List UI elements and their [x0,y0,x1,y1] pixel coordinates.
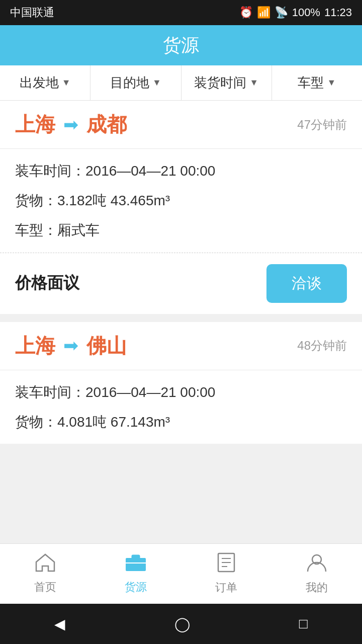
cargo-card-1: 上海 ➡ 成都 47分钟前 装车时间：2016—04—21 00:00 货物：3… [0,101,362,314]
carrier-text: 中国联通 [10,5,54,20]
from-city-2: 上海 [15,332,55,360]
route-row-1[interactable]: 上海 ➡ 成都 47分钟前 [0,101,362,149]
time-ago-2: 48分钟前 [297,338,347,354]
orders-icon [217,552,235,577]
filter-departure-label: 出发地 [20,74,59,92]
load-time-1: 装车时间：2016—04—21 00:00 [15,161,347,181]
filter-destination-label: 目的地 [110,74,149,92]
details-2: 装车时间：2016—04—21 00:00 货物：4.081吨 67.143m³ [0,370,362,444]
home-icon [35,553,55,577]
filter-cartype[interactable]: 车型 ▼ [272,65,362,100]
price-label-1: 价格面议 [15,272,79,294]
filter-loadtime[interactable]: 装货时间 ▼ [182,65,272,100]
home-btn[interactable]: ◯ [174,616,190,632]
app-header: 货源 [0,25,362,65]
route-info-1: 上海 ➡ 成都 [15,111,127,138]
load-time-2: 装车时间：2016—04—21 00:00 [15,382,347,402]
back-btn[interactable]: ◀ [54,616,65,632]
from-city-1: 上海 [15,111,55,138]
filter-bar: 出发地 ▼ 目的地 ▼ 装货时间 ▼ 车型 ▼ [0,65,362,101]
route-arrow-2: ➡ [63,335,78,356]
cargo-info-1: 货物：3.182吨 43.465m³ [15,191,347,210]
cargo-icon [125,553,147,577]
content-area: 上海 ➡ 成都 47分钟前 装车时间：2016—04—21 00:00 货物：3… [0,101,362,543]
system-nav: ◀ ◯ □ [0,604,362,644]
to-city-2: 佛山 [86,332,127,360]
nav-cargo-label: 货源 [125,580,147,595]
signal-icon: 📡 [275,6,288,19]
nav-orders[interactable]: 订单 [181,544,272,604]
status-right: ⏰ 📶 📡 100% 11:23 [239,6,352,19]
header-title: 货源 [163,33,199,58]
recent-btn[interactable]: □ [299,616,308,632]
battery-text: 100% [292,6,320,19]
nav-profile[interactable]: 我的 [272,544,362,604]
filter-destination-arrow: ▼ [152,77,161,88]
details-1: 装车时间：2016—04—21 00:00 货物：3.182吨 43.465m³… [0,149,362,253]
svg-rect-1 [132,555,140,560]
nav-home-label: 首页 [34,580,56,595]
time-text: 11:23 [324,6,352,19]
nav-profile-label: 我的 [306,580,328,595]
nav-orders-label: 订单 [215,580,237,595]
filter-loadtime-label: 装货时间 [194,74,246,92]
status-bar: 中国联通 ⏰ 📶 📡 100% 11:23 [0,0,362,25]
cargo-card-2: 上海 ➡ 佛山 48分钟前 装车时间：2016—04—21 00:00 货物：4… [0,322,362,444]
to-city-1: 成都 [86,111,127,138]
clock-icon: ⏰ [239,6,253,19]
filter-loadtime-arrow: ▼ [249,77,258,88]
bottom-nav: 首页 货源 订单 [0,543,362,604]
time-ago-1: 47分钟前 [297,117,347,133]
filter-destination[interactable]: 目的地 ▼ [90,65,181,100]
cargo-info-2: 货物：4.081吨 67.143m³ [15,412,347,432]
nav-cargo[interactable]: 货源 [90,544,181,604]
filter-departure-arrow: ▼ [62,77,71,88]
route-info-2: 上海 ➡ 佛山 [15,332,127,360]
car-type-1: 车型：厢式车 [15,220,347,240]
route-arrow-1: ➡ [63,114,78,135]
profile-icon [307,552,327,577]
price-row-1: 价格面议 洽谈 [0,253,362,314]
route-row-2[interactable]: 上海 ➡ 佛山 48分钟前 [0,322,362,370]
wifi-icon: 📶 [257,6,270,19]
filter-cartype-arrow: ▼ [327,77,336,88]
filter-cartype-label: 车型 [298,74,324,92]
nav-home[interactable]: 首页 [0,544,90,604]
negotiate-btn-1[interactable]: 洽谈 [266,264,347,303]
filter-departure[interactable]: 出发地 ▼ [0,65,90,100]
